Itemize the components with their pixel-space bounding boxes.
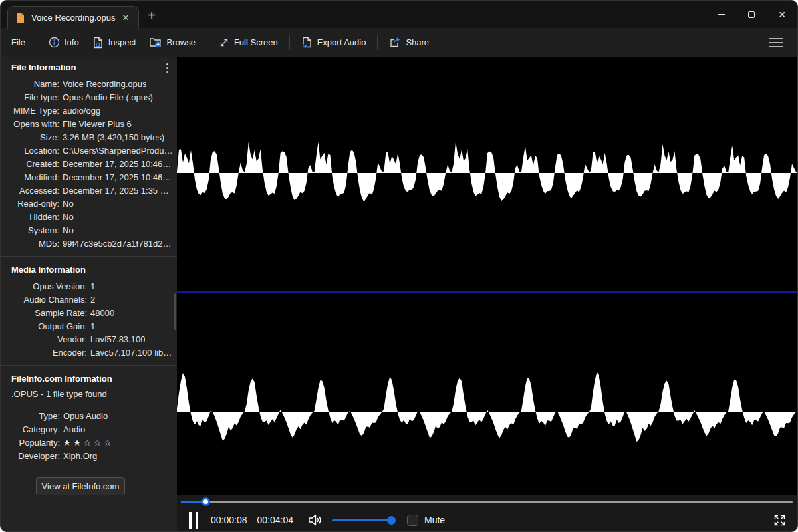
window-controls: ✕ xyxy=(706,1,797,28)
share-button[interactable]: Share xyxy=(382,33,436,52)
info-row-value: File Viewer Plus 6 xyxy=(63,120,132,129)
info-row-value: December 17, 2025 1:35 PM xyxy=(63,186,173,196)
info-row: Vendor:Lavf57.83.100 xyxy=(1,333,177,346)
close-button[interactable]: ✕ xyxy=(767,1,797,28)
info-row-label: Hidden: xyxy=(11,213,59,222)
toolbar-separator xyxy=(289,35,290,50)
info-row-value: 48000 xyxy=(90,309,114,318)
file-information-section: File Information Name:Voice Recording.op… xyxy=(1,63,177,251)
info-button-label: Info xyxy=(65,37,79,47)
info-row: Size:3.26 MB (3,420,150 bytes) xyxy=(1,131,177,144)
info-row-value: 3.26 MB (3,420,150 bytes) xyxy=(63,133,164,142)
info-row-value: audio/ogg xyxy=(63,106,100,116)
info-row-label: Type: xyxy=(11,412,60,421)
pause-button[interactable] xyxy=(188,511,200,530)
inspect-button[interactable]: Inspect xyxy=(86,33,143,53)
browse-button-label: Browse xyxy=(167,37,196,47)
info-row-value: December 17, 2025 10:46 AM xyxy=(63,160,173,169)
info-row-value: 99f47c3e5cb2d7a1f781d28fee... xyxy=(63,239,173,249)
folder-arrow-icon xyxy=(150,37,162,48)
media-information-rows: Opus Version:1Audio Channels:2Sample Rat… xyxy=(1,280,177,360)
waveform-canvas[interactable] xyxy=(177,57,797,495)
sidebar-scrollbar[interactable] xyxy=(174,293,176,330)
seek-slider[interactable] xyxy=(181,496,793,507)
maximize-button[interactable] xyxy=(736,1,767,28)
info-row-label: MD5: xyxy=(11,239,59,249)
info-row-label: Popularity: xyxy=(11,438,60,448)
info-row: File type:Opus Audio File (.opus) xyxy=(1,91,177,104)
toolbar-separator xyxy=(207,35,207,50)
info-row-label: Output Gain: xyxy=(11,322,87,331)
info-row-label: Opens with: xyxy=(11,120,59,129)
total-time: 00:04:04 xyxy=(257,515,294,525)
browse-button[interactable]: Browse xyxy=(143,33,202,52)
file-menu-button[interactable]: File xyxy=(5,33,32,51)
seek-track[interactable] xyxy=(181,501,793,503)
minimize-button[interactable] xyxy=(706,1,736,28)
volume-track[interactable] xyxy=(332,519,394,521)
info-row-value: ★ ★ ☆ ☆ ☆ xyxy=(63,438,112,448)
info-row-label: Audio Channels: xyxy=(11,295,87,305)
info-row-label: Modified: xyxy=(11,173,59,182)
volume-slider[interactable] xyxy=(332,515,394,526)
info-row-label: Location: xyxy=(11,146,59,156)
section-title: File Information xyxy=(1,63,177,72)
export-audio-button[interactable]: Export Audio xyxy=(295,33,373,53)
info-row: Encoder:Lavc57.107.100 libopus xyxy=(1,346,177,360)
app-window: Voice Recording.opus ✕ + ✕ File Info xyxy=(0,0,798,532)
mute-checkbox[interactable] xyxy=(407,515,418,526)
info-row: Category:Audio xyxy=(1,423,177,436)
info-row-value: 1 xyxy=(90,282,95,291)
inspect-button-label: Inspect xyxy=(108,37,136,47)
seek-thumb[interactable] xyxy=(201,497,210,506)
info-row: MD5:99f47c3e5cb2d7a1f781d28fee... xyxy=(1,237,177,251)
document-tab[interactable]: Voice Recording.opus ✕ xyxy=(7,6,139,29)
info-row: System:No xyxy=(1,224,177,237)
info-sidebar: File Information Name:Voice Recording.op… xyxy=(1,57,177,532)
audio-main-pane: 00:00:08 00:04:04 Mute xyxy=(177,57,797,532)
section-title: FileInfo.com Information xyxy=(1,374,177,384)
view-at-fileinfo-button[interactable]: View at FileInfo.com xyxy=(36,477,125,495)
info-row-value: Lavc57.107.100 libopus xyxy=(90,348,173,358)
new-tab-button[interactable]: + xyxy=(143,7,160,23)
section-divider xyxy=(1,256,177,257)
export-audio-button-label: Export Audio xyxy=(317,37,366,47)
info-button[interactable]: Info xyxy=(42,33,86,52)
info-row-value: Lavf57.83.100 xyxy=(90,335,145,344)
pause-icon xyxy=(196,512,198,529)
info-row: Output Gain:1 xyxy=(1,320,177,333)
fileinfo-section: FileInfo.com Information .OPUS - 1 file … xyxy=(1,374,177,495)
box-share-arrow-icon xyxy=(389,37,401,48)
info-row: Modified:December 17, 2025 10:46 AM xyxy=(1,171,177,184)
info-row: Popularity:★ ★ ☆ ☆ ☆ xyxy=(1,436,177,450)
info-row-value: No xyxy=(63,200,74,209)
main-menu-button[interactable] xyxy=(764,35,788,51)
player-fullscreen-button[interactable] xyxy=(771,512,788,529)
info-row-value: Xiph.Org xyxy=(63,452,97,461)
info-row-label: Opus Version: xyxy=(11,282,87,291)
info-row-label: File type: xyxy=(11,93,59,102)
volume-button[interactable] xyxy=(307,513,323,527)
pause-icon xyxy=(189,512,192,529)
info-row-label: Read-only: xyxy=(11,200,59,209)
volume-thumb[interactable] xyxy=(387,516,396,525)
info-row-label: Created: xyxy=(11,160,59,169)
maximize-icon xyxy=(748,11,755,18)
page-export-arrow-icon xyxy=(301,37,313,49)
info-circle-icon xyxy=(49,37,60,48)
tab-title: Voice Recording.opus xyxy=(25,13,118,23)
info-row-label: Developer: xyxy=(11,452,60,461)
toolbar-separator xyxy=(37,35,37,50)
full-screen-button[interactable]: Full Screen xyxy=(212,33,285,52)
info-row-value: 1 xyxy=(90,322,95,331)
info-row-value: Opus Audio xyxy=(63,412,108,421)
info-row: Name:Voice Recording.opus xyxy=(1,78,177,91)
info-row-label: Name: xyxy=(11,80,59,89)
expand-arrows-icon xyxy=(773,513,787,527)
full-screen-button-label: Full Screen xyxy=(234,37,278,47)
info-row: Audio Channels:2 xyxy=(1,293,177,307)
info-row: Read-only:No xyxy=(1,198,177,211)
tab-close-icon[interactable]: ✕ xyxy=(118,11,133,25)
sidebar-options-button[interactable] xyxy=(164,61,170,75)
player-bar: 00:00:08 00:04:04 Mute xyxy=(177,495,797,532)
